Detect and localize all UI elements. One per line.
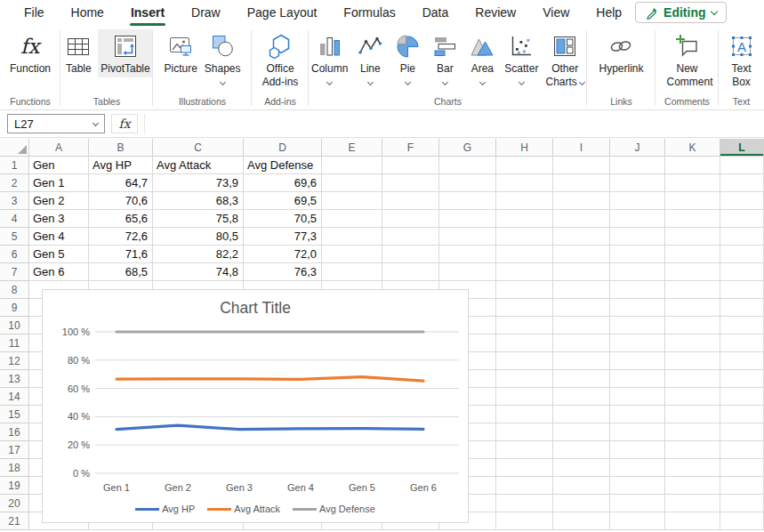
cell-L20[interactable] [720,495,764,512]
cell-H3[interactable] [496,192,553,210]
column-header-K[interactable]: K [665,139,720,157]
cell-J8[interactable] [610,281,665,299]
cell-K13[interactable] [665,370,720,388]
cell-H17[interactable] [496,441,553,459]
cell-J1[interactable] [610,157,665,174]
row-header-2[interactable]: 2 [0,174,29,192]
cell-F6[interactable] [382,246,439,263]
cell-I15[interactable] [553,406,610,423]
column-header-L[interactable]: L [720,139,764,157]
cell-L3[interactable] [720,192,764,210]
cell-K17[interactable] [665,441,720,459]
cell-I9[interactable] [553,299,610,317]
cell-H4[interactable] [496,210,553,228]
cell-D3[interactable]: 69,5 [244,192,322,210]
menu-tab-draw[interactable]: Draw [178,1,234,24]
cell-I3[interactable] [553,192,610,210]
cell-L10[interactable] [720,317,764,335]
cell-A6[interactable]: Gen 5 [29,246,89,263]
cell-F7[interactable] [382,263,439,281]
column-header-J[interactable]: J [610,139,665,157]
menu-tab-insert[interactable]: Insert [117,1,178,24]
cell-J3[interactable] [610,192,665,210]
cell-G6[interactable] [439,246,496,263]
cell-G5[interactable] [439,228,496,246]
cell-D4[interactable]: 70,5 [244,210,322,228]
row-header-10[interactable]: 10 [0,317,29,335]
cell-J9[interactable] [610,299,665,317]
menu-tab-view[interactable]: View [529,1,583,24]
cell-H20[interactable] [496,495,553,512]
cell-L21[interactable] [720,512,764,530]
cell-I12[interactable] [553,352,610,370]
cell-G7[interactable] [439,263,496,281]
row-header-21[interactable]: 21 [0,512,29,530]
row-header-6[interactable]: 6 [0,246,29,263]
cell-I4[interactable] [553,210,610,228]
cell-L9[interactable] [720,299,764,317]
row-header-16[interactable]: 16 [0,423,29,441]
cell-A3[interactable]: Gen 2 [29,192,89,210]
cell-L7[interactable] [720,263,764,281]
row-header-18[interactable]: 18 [0,459,29,477]
cell-D2[interactable]: 69,6 [244,174,322,192]
cell-G1[interactable] [439,157,496,174]
cell-B7[interactable]: 68,5 [89,263,153,281]
cell-K12[interactable] [665,352,720,370]
cell-J7[interactable] [610,263,665,281]
cell-I19[interactable] [553,477,610,495]
row-header-4[interactable]: 4 [0,210,29,228]
cell-L2[interactable] [720,174,764,192]
cell-F1[interactable] [382,157,439,174]
cell-J2[interactable] [610,174,665,192]
cell-B6[interactable]: 71,6 [89,246,153,263]
cell-J10[interactable] [610,317,665,335]
cell-J15[interactable] [610,406,665,423]
cell-L15[interactable] [720,406,764,423]
row-header-13[interactable]: 13 [0,370,29,388]
cell-J11[interactable] [610,335,665,352]
cell-L17[interactable] [720,441,764,459]
cell-H2[interactable] [496,174,553,192]
column-header-H[interactable]: H [496,139,553,157]
cell-I6[interactable] [553,246,610,263]
cell-F4[interactable] [382,210,439,228]
cell-K3[interactable] [665,192,720,210]
cell-J4[interactable] [610,210,665,228]
cell-J20[interactable] [610,495,665,512]
cell-H14[interactable] [496,388,553,406]
shapes-button[interactable]: Shapes [202,29,244,86]
cell-E4[interactable] [322,210,382,228]
cell-K16[interactable] [665,423,720,441]
cell-H12[interactable] [496,352,553,370]
menu-tab-page-layout[interactable]: Page Layout [234,1,331,24]
cell-A2[interactable]: Gen 1 [29,174,89,192]
cell-K20[interactable] [665,495,720,512]
column-header-I[interactable]: I [553,139,610,157]
cell-J21[interactable] [610,512,665,530]
cell-D7[interactable]: 76,3 [244,263,322,281]
cell-G2[interactable] [439,174,496,192]
cell-K7[interactable] [665,263,720,281]
row-header-8[interactable]: 8 [0,281,29,299]
cell-I2[interactable] [553,174,610,192]
cell-B5[interactable]: 72,6 [89,228,153,246]
cell-A5[interactable]: Gen 4 [29,228,89,246]
row-header-11[interactable]: 11 [0,335,29,352]
cell-I1[interactable] [553,157,610,174]
embedded-chart[interactable]: Chart Title 100 %80 %60 %40 %20 %0 %Gen … [42,289,469,523]
cell-E1[interactable] [322,157,382,174]
cell-L12[interactable] [720,352,764,370]
cell-H19[interactable] [496,477,553,495]
cell-I18[interactable] [553,459,610,477]
cell-C7[interactable]: 74,8 [153,263,244,281]
cell-H16[interactable] [496,423,553,441]
cell-D6[interactable]: 72,0 [244,246,322,263]
column-header-F[interactable]: F [382,139,439,157]
cell-H10[interactable] [496,317,553,335]
name-box[interactable]: L27 [7,114,105,133]
formula-input[interactable] [144,114,764,133]
new-comment-button[interactable]: New Comment [664,29,711,91]
cell-K6[interactable] [665,246,720,263]
menu-tab-file[interactable]: File [11,1,58,24]
